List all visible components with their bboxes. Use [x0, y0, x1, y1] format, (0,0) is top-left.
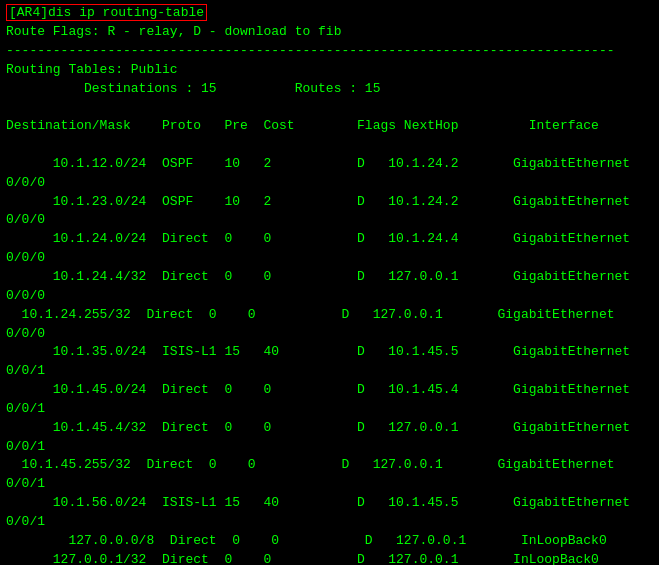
- route-line: 10.1.24.0/24 Direct 0 0 D 10.1.24.4 Giga…: [6, 230, 653, 249]
- route-line: 127.0.0.0/8 Direct 0 0 D 127.0.0.1 InLoo…: [6, 532, 653, 551]
- route-line: 10.1.23.0/24 OSPF 10 2 D 10.1.24.2 Gigab…: [6, 193, 653, 212]
- destinations-line: Destinations : 15 Routes : 15: [6, 80, 653, 99]
- routing-table-header: Routing Tables: Public: [6, 61, 653, 80]
- route-line: 10.1.45.255/32 Direct 0 0 D 127.0.0.1 Gi…: [6, 456, 653, 475]
- route-iface2: 0/0/0: [6, 211, 653, 230]
- route-line: 10.1.24.4/32 Direct 0 0 D 127.0.0.1 Giga…: [6, 268, 653, 287]
- blank-line2: [6, 136, 653, 155]
- route-line: 10.1.56.0/24 ISIS-L1 15 40 D 10.1.45.5 G…: [6, 494, 653, 513]
- route-line: 10.1.12.0/24 OSPF 10 2 D 10.1.24.2 Gigab…: [6, 155, 653, 174]
- route-line: 10.1.24.255/32 Direct 0 0 D 127.0.0.1 Gi…: [6, 306, 653, 325]
- routes-container: 10.1.12.0/24 OSPF 10 2 D 10.1.24.2 Gigab…: [6, 155, 653, 565]
- route-line: 127.0.0.1/32 Direct 0 0 D 127.0.0.1 InLo…: [6, 551, 653, 565]
- route-line: 10.1.35.0/24 ISIS-L1 15 40 D 10.1.45.5 G…: [6, 343, 653, 362]
- route-iface2: 0/0/0: [6, 174, 653, 193]
- title-bar: [AR4]dis ip routing-table: [6, 4, 653, 23]
- divider: ----------------------------------------…: [6, 42, 653, 61]
- route-iface2: 0/0/0: [6, 325, 653, 344]
- route-iface2: 0/0/0: [6, 249, 653, 268]
- column-header: Destination/Mask Proto Pre Cost Flags Ne…: [6, 117, 653, 136]
- blank-line: [6, 98, 653, 117]
- route-iface2: 0/0/0: [6, 287, 653, 306]
- terminal: [AR4]dis ip routing-table Route Flags: R…: [0, 0, 659, 565]
- route-iface2: 0/0/1: [6, 400, 653, 419]
- route-iface2: 0/0/1: [6, 475, 653, 494]
- route-line: 10.1.45.0/24 Direct 0 0 D 10.1.45.4 Giga…: [6, 381, 653, 400]
- route-iface2: 0/0/1: [6, 513, 653, 532]
- route-iface2: 0/0/1: [6, 362, 653, 381]
- route-flags: Route Flags: R - relay, D - download to …: [6, 23, 653, 42]
- route-line: 10.1.45.4/32 Direct 0 0 D 127.0.0.1 Giga…: [6, 419, 653, 438]
- route-iface2: 0/0/1: [6, 438, 653, 457]
